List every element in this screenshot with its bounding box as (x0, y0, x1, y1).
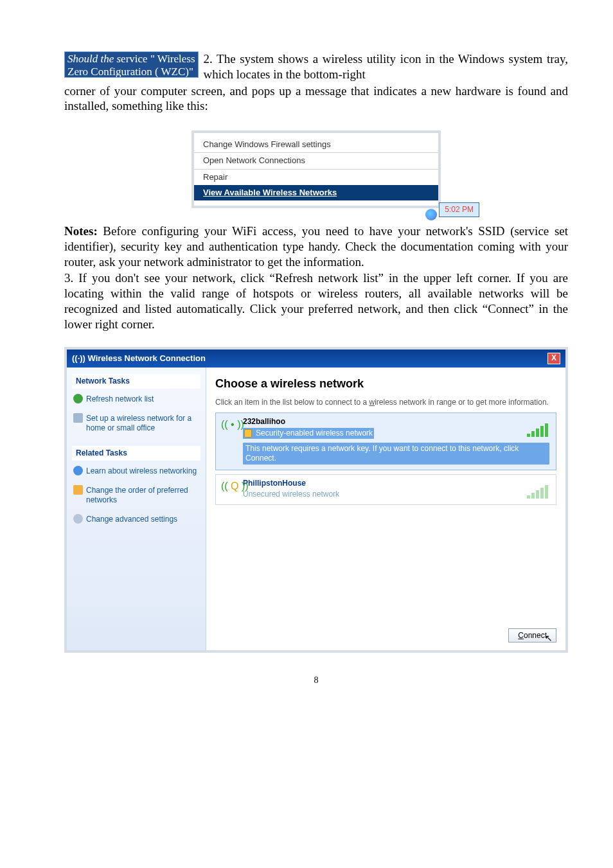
wireless-icon: (( Q )) (221, 480, 249, 493)
sidebar-order-label: Change the order of preferred networks (86, 486, 188, 504)
antenna-icon (73, 413, 83, 423)
callout-line1-reg: ervice " Wireless (121, 53, 195, 65)
network-security-2: Unsecured wireless network (243, 490, 549, 499)
sidebar: Network Tasks Refresh network list Set u… (67, 368, 206, 650)
menu-item-repair[interactable]: Repair (194, 170, 438, 185)
menu-item-open-connections[interactable]: Open Network Connections (194, 153, 438, 169)
menu-item-view-networks[interactable]: View Available Wireless Networks (194, 185, 438, 200)
system-tray-clock: 5:02 PM (439, 202, 479, 217)
info-icon (73, 466, 83, 475)
network-name-1: 232ballihoo (243, 417, 549, 427)
wireless-dialog-screenshot: ((·)) Wireless Network Connection X Netw… (64, 347, 568, 653)
notes-label: Notes: (64, 224, 98, 238)
menu-item-view-label: View Available Wireless Networks (203, 188, 337, 197)
sidebar-order-link[interactable]: Change the order of preferred networks (72, 483, 200, 511)
page-number: 8 (64, 675, 568, 686)
network-name-2: PhillipstonHouse (243, 479, 549, 488)
menu-item-firewall[interactable]: Change Windows Firewall settings (194, 137, 438, 153)
callout-line2: Zero Configuration ( WZC)" (67, 66, 193, 78)
tray-menu-screenshot: Change Windows Firewall settings Open Ne… (64, 130, 568, 208)
desc-accelerator: w (369, 398, 375, 407)
lock-icon (244, 429, 252, 438)
star-icon (73, 485, 83, 495)
sidebar-setup-label: Set up a wireless network for a home or … (86, 414, 191, 432)
sidebar-header-network-tasks: Network Tasks (72, 374, 200, 389)
menu-item-firewall-label: Change Windows Firewall settings (203, 139, 331, 149)
menu-item-repair-label: Repair (203, 172, 227, 182)
sidebar-setup-link[interactable]: Set up a wireless network for a home or … (72, 411, 200, 439)
gear-icon (73, 514, 83, 524)
main-description: Click an item in the list below to conne… (215, 398, 556, 407)
sidebar-advanced-link[interactable]: Change advanced settings (72, 511, 200, 531)
sidebar-learn-label: Learn about wireless networking (86, 466, 197, 475)
network-item-2[interactable]: (( Q )) PhillipstonHouse Unsecured wirel… (215, 474, 556, 505)
connect-button-rest: onnect (524, 631, 547, 640)
intro-para-b: corner of your computer screen, and pops… (64, 84, 568, 114)
close-icon[interactable]: X (547, 353, 560, 364)
notes-paragraph: Notes: Before configuring your WiFi acce… (64, 224, 568, 269)
window-title: ((·)) Wireless Network Connection (72, 353, 206, 364)
notes-text: Before configuring your WiFi access, you… (64, 224, 568, 269)
refresh-icon (73, 394, 83, 403)
menu-item-open-label: Open Network Connections (203, 155, 305, 165)
sidebar-refresh-link[interactable]: Refresh network list (72, 391, 200, 411)
wireless-icon: (( • )) (221, 418, 244, 431)
callout-line1-it: Should the s (67, 53, 121, 65)
window-titlebar: ((·)) Wireless Network Connection X (67, 350, 565, 368)
sidebar-learn-link[interactable]: Learn about wireless networking (72, 463, 200, 483)
signal-bars-1 (527, 423, 548, 437)
cursor-icon: ↖ (545, 633, 553, 644)
desc-part-b: ireless network in range or to get more … (375, 398, 549, 407)
tray-time: 5:02 PM (445, 205, 474, 215)
network-security-row-1: Security-enabled wireless network (243, 428, 374, 439)
network-hint: This network requires a network key. If … (243, 443, 549, 465)
network-item-selected[interactable]: (( • )) 232ballihoo Security-enabled wir… (215, 412, 556, 470)
signal-bars-2 (527, 485, 548, 499)
tray-icon (425, 209, 437, 220)
main-panel: Choose a wireless network Click an item … (206, 368, 565, 650)
network-security-1: Security-enabled wireless network (256, 429, 373, 438)
desc-part-a: Click an item in the list below to conne… (215, 398, 369, 407)
main-heading: Choose a wireless network (215, 376, 556, 391)
callout-box: Should the service " Wireless Zero Confi… (64, 51, 199, 78)
step3-paragraph: 3. If you don't see your network, click … (64, 270, 568, 332)
sidebar-advanced-label: Change advanced settings (86, 515, 177, 524)
sidebar-header-related-tasks: Related Tasks (72, 446, 200, 461)
sidebar-refresh-label: Refresh network list (86, 394, 154, 403)
